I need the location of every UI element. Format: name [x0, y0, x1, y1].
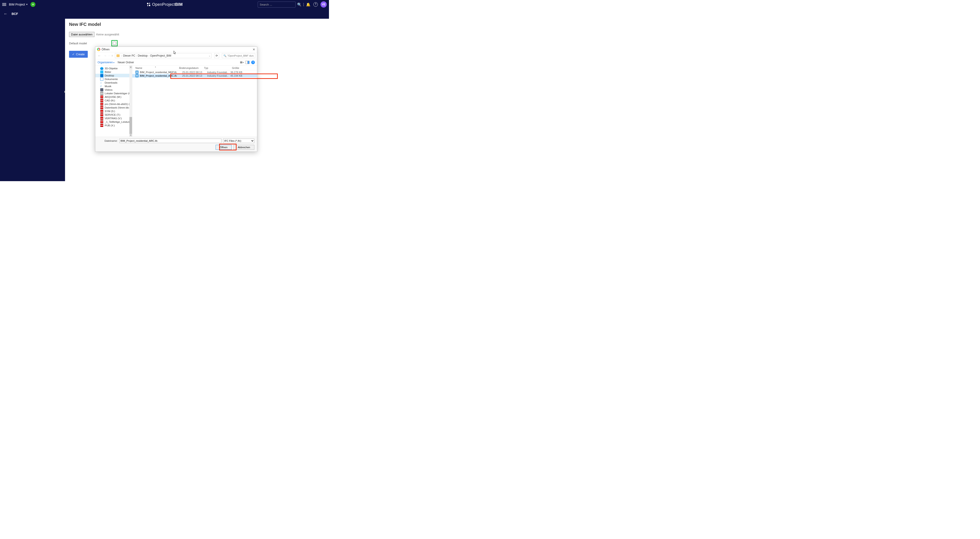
tree-item[interactable]: AKQUISE (M:) [95, 95, 132, 99]
filetype-filter[interactable]: IFC Files (*.ifc) [223, 139, 255, 143]
scroll-thumb[interactable] [129, 117, 132, 134]
help-icon[interactable]: ? [313, 2, 318, 7]
breadcrumb-item[interactable]: OpenProject_BIM [150, 54, 171, 57]
drive-icon [100, 92, 103, 95]
choose-file-button[interactable]: Datei auswählen [69, 32, 94, 37]
project-name: BIM Project [9, 3, 25, 6]
tree-item[interactable]: Musik [95, 85, 132, 88]
bell-icon[interactable]: 🔔 [306, 2, 311, 7]
file-list-header: ▴ Name Änderungsdatum Typ Größe [132, 66, 257, 70]
open-button[interactable]: Öffnen [216, 145, 232, 150]
tree-item[interactable]: pro (\\tmm-bb-afs01) (P:) [95, 102, 132, 106]
sidebar [0, 19, 65, 181]
tree-item[interactable]: CAD (N:) [95, 99, 132, 102]
apps-icon[interactable]: ⋮⋮⋮ [298, 2, 303, 7]
dialog-nav: ← → · ↑ › Dieser PC › Desktop › OpenProj… [95, 53, 257, 59]
dialog-body: 3D-ObjekteBilderDesktopDokumenteDownload… [95, 66, 257, 137]
tree-item-label: AKQUISE (M:) [105, 96, 121, 98]
cancel-button[interactable]: Abbrechen [234, 145, 255, 150]
close-icon[interactable]: ✕ [253, 48, 255, 51]
avatar[interactable]: VE [320, 2, 327, 8]
tree-item-label: SERVICE (T:) [105, 113, 120, 116]
file-date: 25.01.2022 08:13 [182, 71, 207, 73]
menu-icon[interactable] [2, 3, 6, 6]
column-type[interactable]: Typ [204, 67, 225, 69]
ifc-file-icon [135, 71, 138, 74]
add-button[interactable]: + [30, 2, 35, 7]
tree-item[interactable]: Lokaler Datenträger (C:) [95, 92, 132, 95]
net-icon [100, 102, 103, 105]
topbar: BIM Project ▼ + OpenProjectBIM 🔍 ⋮⋮⋮ 🔔 ?… [0, 0, 329, 9]
tree-item[interactable]: Dokumente [95, 77, 132, 81]
tree-item[interactable]: Bilder [95, 70, 132, 74]
mus-icon [100, 85, 103, 88]
file-size: 45.194 KB [228, 75, 244, 77]
tree-scrollbar[interactable]: ▴ ▾ [129, 66, 132, 137]
tree-item[interactable]: Downloads [95, 81, 132, 85]
doc-icon [100, 78, 103, 81]
tree-item-label: Bilder [105, 71, 111, 73]
folder-icon [116, 54, 119, 57]
default-model-checkbox[interactable] [113, 41, 116, 45]
column-date[interactable]: Änderungsdatum [179, 67, 204, 69]
breadcrumb-dropdown-icon[interactable]: ⌄ [209, 54, 210, 57]
sidebar-resizer[interactable] [64, 91, 65, 93]
tree-item-label: pro (\\tmm-bb-afs01) (P:) [105, 103, 132, 105]
tree-item-label: SYM (S:) [105, 110, 115, 113]
organize-menu[interactable]: Organisieren [97, 61, 115, 64]
back-arrow-icon[interactable]: ← [3, 11, 8, 16]
breadcrumb-item[interactable]: Dieser PC [123, 54, 135, 57]
tree-item[interactable]: Desktop [95, 74, 132, 77]
tree-item-label: Desktop [105, 74, 114, 77]
default-model-row: Default model [69, 40, 325, 46]
tree-item[interactable]: 3D-Objekte [95, 67, 132, 70]
file-row[interactable]: BIM_Project_residential_ARC.ifc25.01.202… [132, 74, 257, 78]
3d-icon [100, 67, 103, 70]
net-icon [100, 96, 103, 99]
net-icon [100, 117, 103, 120]
tree-item-label: CAD (N:) [105, 99, 115, 102]
file-type: Industry Foundati... [207, 75, 228, 77]
create-button[interactable]: Create [69, 51, 88, 58]
net-icon [100, 124, 103, 127]
breadcrumb[interactable]: › Dieser PC › Desktop › OpenProject_BIM … [115, 53, 212, 58]
tree-item[interactable]: _1_Teilfertige_Leistungen (\\t [95, 120, 132, 124]
file-size: 36.278 KB [228, 71, 244, 73]
tree-item[interactable]: SYM (S:) [95, 109, 132, 113]
tree-item[interactable]: Videos [95, 88, 132, 92]
tree-item-label: Datenbank (\\tmm-bb-erp02 [105, 106, 132, 109]
dialog-help-icon[interactable]: ? [251, 61, 255, 64]
breadcrumb-item[interactable]: Desktop [138, 54, 148, 57]
scroll-down-icon[interactable]: ▾ [129, 134, 132, 137]
dialog-search-input[interactable] [228, 54, 254, 57]
dialog-toolbar: Organisieren Neuer Ordner ▾ ? [95, 59, 257, 66]
file-row[interactable]: BIM_Project_residential_MEP.ifc25.01.202… [132, 70, 257, 74]
tree-item[interactable]: VERTRAG (V:) [95, 116, 132, 120]
tree-item-label: Musik [105, 85, 111, 88]
net-icon [100, 106, 103, 109]
filename-input[interactable] [119, 139, 221, 143]
file-type: Industry Foundati... [207, 71, 228, 73]
dialog-footer: Dateiname: IFC Files (*.ifc) Öffnen Abbr… [95, 137, 257, 151]
refresh-button[interactable]: ⟳ [214, 53, 219, 58]
new-folder-button[interactable]: Neuer Ordner [118, 61, 134, 64]
default-model-label: Default model [69, 41, 87, 45]
scroll-up-icon[interactable]: ▴ [129, 66, 132, 69]
nav-forward-icon[interactable]: → [103, 54, 107, 57]
project-selector[interactable]: BIM Project ▼ [9, 3, 28, 6]
nav-up-icon[interactable]: ↑ [111, 54, 114, 57]
nav-back-icon[interactable]: ← [97, 54, 102, 57]
tree-item[interactable]: Datenbank (\\tmm-bb-erp02 [95, 106, 132, 109]
pic-icon [100, 70, 103, 73]
search-input[interactable] [260, 3, 297, 6]
default-model-highlight [111, 40, 118, 46]
view-mode-button[interactable]: ▾ [240, 62, 243, 64]
dialog-search[interactable]: 🔍 [222, 53, 255, 58]
tree-item[interactable]: SERVICE (T:) [95, 113, 132, 116]
net-icon [100, 113, 103, 116]
preview-pane-toggle[interactable] [245, 61, 250, 64]
tree-item-label: Downloads [105, 81, 118, 84]
tree-item[interactable]: PUB (X:) [95, 124, 132, 127]
column-size[interactable]: Größe [225, 67, 241, 69]
search-box[interactable]: 🔍 [258, 2, 296, 8]
